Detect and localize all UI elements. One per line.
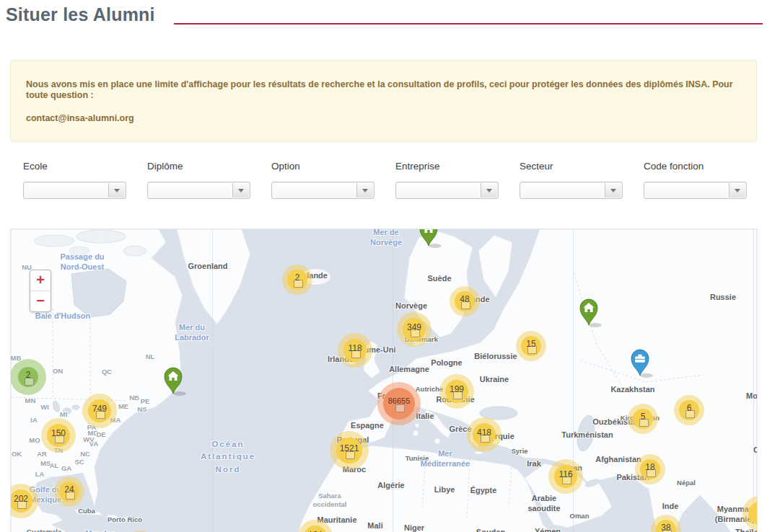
filter-entreprise: Entreprise [395,161,499,199]
filter-select[interactable] [520,182,623,199]
cluster-count: 418 [477,427,491,438]
cluster-count: 15 [526,339,535,349]
map-cluster[interactable]: 86655 [377,382,421,425]
notice-text: Nous avons mis en place une limite d'aff… [26,79,741,101]
cluster-core [748,502,758,525]
filter-select[interactable] [271,182,374,199]
cluster-count: 116 [558,469,572,479]
chevron-down-icon [610,189,616,192]
filter-secteur: Secteur [520,161,623,199]
map-cluster[interactable]: 1521 [330,431,369,470]
map-cluster[interactable]: 24 [54,476,84,507]
cluster-count: 18 [645,462,654,472]
cluster-count: 118 [348,343,361,353]
map-cluster[interactable]: 15 [516,331,546,361]
notice-contact-email: contact@insa-alumni.org [26,113,741,124]
dropdown-button[interactable] [108,183,125,198]
map-pin-work[interactable] [631,348,655,381]
dropdown-button[interactable] [481,183,497,198]
map-cluster[interactable]: 6 [674,395,704,425]
map-graticule [212,229,213,532]
map-graticule [393,229,393,532]
filter-label: Diplôme [147,161,250,172]
cluster-count: 199 [450,384,464,394]
map-cluster[interactable]: 2 [10,359,46,395]
map-cluster[interactable]: 18 [635,454,665,484]
dropdown-button[interactable] [232,183,249,198]
cluster-count: 2 [295,272,300,283]
cluster-count: 749 [92,404,107,414]
cluster-count: 2 [26,370,31,380]
map-cluster[interactable]: 150 [41,418,76,453]
alumni-map[interactable]: GroenlandIslandeSuèdeNorvègeFinlandeDane… [10,229,758,532]
filters-row: EcoleDiplômeOptionEntrepriseSecteurCode … [23,161,767,199]
filter-option: Option [271,161,374,199]
filter-label: Ecole [23,161,126,172]
cluster-count: 202 [14,494,28,504]
cluster-count: 24 [64,484,74,495]
cluster-count: 5 [641,412,646,422]
title-rule [174,23,763,25]
dropdown-button[interactable] [729,183,745,198]
dropdown-button[interactable] [356,183,373,198]
filter-label: Option [271,161,374,172]
filter-select[interactable] [147,182,250,199]
page-title: Situer les Alumni [6,4,155,25]
filter-code-fonction: Code fonction [644,161,747,199]
cluster-count: 48 [460,294,469,304]
filter-label: Code fonction [644,161,747,172]
chevron-down-icon [114,189,120,192]
zoom-in-button[interactable]: + [30,270,51,291]
cluster-count: 349 [407,322,421,332]
chevron-down-icon [238,189,244,192]
map-zoom-control: + − [30,270,51,312]
filter-select[interactable] [644,182,747,199]
cluster-count: 150 [51,428,66,438]
map-cluster[interactable]: 2 [282,265,312,295]
map-cluster[interactable]: 116 [548,459,583,494]
map-pin-home[interactable] [419,229,444,252]
page-header: Situer les Alumni [6,4,767,25]
cluster-count: 1521 [340,443,359,453]
chevron-down-icon [486,189,492,192]
chevron-down-icon [362,189,368,192]
dropdown-button[interactable] [605,183,621,198]
map-cluster[interactable]: 199 [439,374,474,409]
filter-label: Secteur [520,161,623,172]
filter-select[interactable] [395,182,499,199]
map-graticule [753,229,754,532]
notice-box: Nous avons mis en place une limite d'aff… [10,60,757,142]
map-cluster[interactable]: 118 [338,333,372,368]
cluster-count: 86655 [388,396,411,405]
filter-label: Entreprise [395,161,499,172]
map-cluster[interactable]: 349 [397,312,431,347]
filter-diplôme: Diplôme [147,161,250,199]
map-pin-home[interactable] [579,298,604,331]
map-cluster[interactable]: 48 [450,286,480,316]
map-cluster[interactable]: 418 [467,417,501,452]
map-pin-home[interactable] [164,366,188,399]
map-cluster[interactable]: 5 [628,404,658,434]
cluster-count: 38 [661,523,670,532]
map-cluster[interactable]: 749 [82,394,117,428]
cluster-count: 6 [687,403,692,413]
zoom-out-button[interactable]: − [30,291,51,311]
chevron-down-icon [735,189,740,192]
filter-select[interactable] [23,182,126,199]
filter-ecole: Ecole [23,161,126,199]
